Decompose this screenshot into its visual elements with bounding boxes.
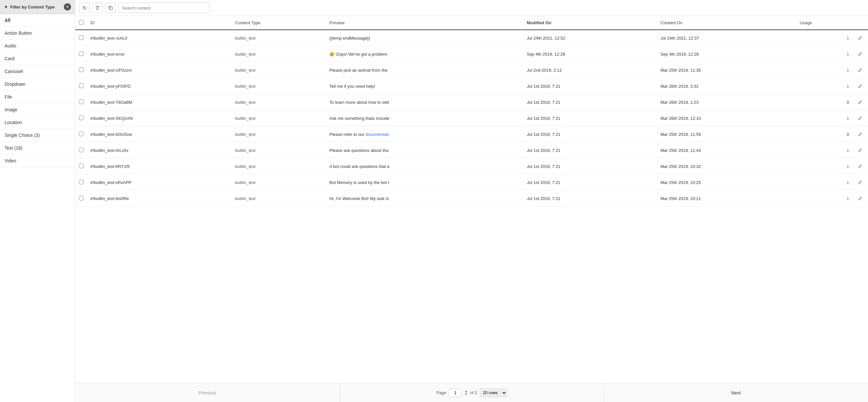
chevron-down-icon: ▼ <box>4 5 8 9</box>
header-content-type[interactable]: Content Type <box>232 16 326 30</box>
sidebar-item-image[interactable]: Image <box>0 103 75 116</box>
header-preview: Preview <box>326 16 523 30</box>
table-row: #!builtin_text-lbs0Rebuiltin_textHi, I'm… <box>75 190 868 207</box>
row-usage: 1 <box>796 158 852 175</box>
row-preview: Hi, I'm Welcome Bot! My task is <box>326 190 523 207</box>
delete-button[interactable] <box>92 3 103 13</box>
row-edit-button[interactable] <box>856 146 865 155</box>
select-all-checkbox[interactable] <box>79 20 84 25</box>
row-preview: Please pick an animal from the <box>326 62 523 78</box>
header-id[interactable]: ID <box>87 16 232 30</box>
sidebar-item-location[interactable]: Location <box>0 116 75 129</box>
sidebar-item-text-18[interactable]: Text (18) <box>0 142 75 155</box>
row-preview: A bot could ask questions that a <box>326 158 523 175</box>
row-preview: Bot Memory is used by the bot t <box>326 175 523 190</box>
sidebar-item-carousel[interactable]: Carousel <box>0 65 75 78</box>
row-id: #!builtin_text-SKQxXN <box>87 110 232 126</box>
row-checkbox-cell <box>75 126 87 143</box>
row-checkbox-cell <box>75 143 87 158</box>
row-checkbox[interactable] <box>79 148 84 152</box>
row-edit-button[interactable] <box>856 98 865 107</box>
row-actions-cell <box>852 143 868 158</box>
table-row: #!builtin_text-UP2ozmbuiltin_textPlease … <box>75 62 868 78</box>
row-content-type: builtin_text <box>232 62 326 78</box>
row-checkbox-cell <box>75 175 87 190</box>
sidebar-add-button[interactable]: + <box>64 3 71 10</box>
row-preview-link[interactable]: documentati <box>366 132 389 137</box>
row-edit-button[interactable] <box>856 130 865 139</box>
row-modified-on: Jul 1st 2019, 7:21 <box>523 94 657 110</box>
sidebar-item-audio[interactable]: Audio <box>0 40 75 52</box>
table-row: #!builtin_text-errorbuiltin_text😢 Oops! … <box>75 46 868 62</box>
sidebar-item-action-button[interactable]: Action Button <box>0 27 75 40</box>
row-checkbox[interactable] <box>79 132 84 136</box>
row-actions-cell <box>852 62 868 78</box>
row-checkbox[interactable] <box>79 99 84 104</box>
row-usage: 1 <box>796 110 852 126</box>
row-content-type: builtin_text <box>232 190 326 207</box>
row-usage: 1 <box>796 30 852 46</box>
row-usage: 1 <box>796 62 852 78</box>
rows-per-page-select[interactable]: 20 rows 50 rows 100 rows <box>480 389 507 397</box>
row-id: #!builtin_text-6RY1f5 <box>87 158 232 175</box>
sidebar-item-all[interactable]: All <box>0 14 75 27</box>
header-created-on[interactable]: Created On <box>657 16 796 30</box>
row-id: #!builtin_text-bOU5xw <box>87 126 232 143</box>
row-checkbox[interactable] <box>79 52 84 56</box>
table-row: #!builtin_text–icAL0builtin_text{{temp.e… <box>75 30 868 46</box>
row-edit-button[interactable] <box>856 82 865 91</box>
row-checkbox[interactable] <box>79 116 84 120</box>
row-created-on: Mar 25th 2019, 10:32 <box>657 158 796 175</box>
row-actions-cell <box>852 110 868 126</box>
pagination: Previous Page ▲ ▼ of 2 20 rows 50 rows 1… <box>75 383 868 402</box>
refresh-button[interactable]: ↻ <box>79 3 90 13</box>
row-created-on: Mar 25th 2019, 11:59 <box>657 126 796 143</box>
row-preview: Ask me something thats include <box>326 110 523 126</box>
row-checkbox[interactable] <box>79 84 84 88</box>
row-edit-button[interactable] <box>856 162 865 171</box>
row-edit-button[interactable] <box>856 194 865 203</box>
header-modified-on[interactable]: Modified On <box>523 16 657 30</box>
page-number-input[interactable] <box>449 389 462 397</box>
row-preview: Please ask questions about tha <box>326 143 523 158</box>
row-id: #!builtin_text-sRxAPP <box>87 175 232 190</box>
row-edit-button[interactable] <box>856 114 865 123</box>
row-actions-cell <box>852 30 868 46</box>
sidebar-header[interactable]: ▼ Filter by Content Type + <box>0 0 75 14</box>
row-checkbox[interactable] <box>79 180 84 184</box>
row-edit-button[interactable] <box>856 50 865 59</box>
copy-button[interactable] <box>105 3 116 13</box>
sidebar-items-list: AllAction ButtonAudioCardCarouselDropdow… <box>0 14 75 167</box>
row-actions-cell <box>852 190 868 207</box>
row-preview: Tell me if you need help! <box>326 78 523 94</box>
sidebar-item-file[interactable]: File <box>0 91 75 103</box>
row-modified-on: Jul 1st 2019, 7:21 <box>523 78 657 94</box>
svg-rect-0 <box>110 7 112 10</box>
main-content: ↻ <box>75 0 868 402</box>
content-table: ID Content Type Preview Modified On Crea… <box>75 16 868 207</box>
pagination-center-section: Page ▲ ▼ of 2 20 rows 50 rows 100 rows <box>340 383 604 402</box>
row-content-type: builtin_text <box>232 46 326 62</box>
row-edit-button[interactable] <box>856 33 865 42</box>
stepper-icon[interactable]: ▲ ▼ <box>464 390 467 396</box>
row-checkbox[interactable] <box>79 164 84 168</box>
table-row: #!builtin_text-6RY1f5builtin_textA bot c… <box>75 158 868 175</box>
sidebar-title: Filter by Content Type <box>10 5 55 9</box>
next-button[interactable]: Next <box>725 388 747 398</box>
row-actions-cell <box>852 158 868 175</box>
search-input[interactable] <box>119 3 210 13</box>
row-checkbox[interactable] <box>79 196 84 200</box>
sidebar-item-single-choice-3[interactable]: Single Choice (3) <box>0 129 75 142</box>
sidebar-item-card[interactable]: Card <box>0 52 75 65</box>
table-row: #!builtin_text-yFOIFDbuiltin_textTell me… <box>75 78 868 94</box>
sidebar-item-dropdown[interactable]: Dropdown <box>0 78 75 91</box>
row-edit-button[interactable] <box>856 65 865 75</box>
toolbar: ↻ <box>75 0 868 16</box>
row-modified-on: Jul 2nd 2019, 2:12 <box>523 62 657 78</box>
table-row: #!builtin_text-bOU5xwbuiltin_textPlease … <box>75 126 868 143</box>
row-checkbox[interactable] <box>79 35 84 40</box>
row-edit-button[interactable] <box>856 178 865 187</box>
row-content-type: builtin_text <box>232 126 326 143</box>
sidebar-item-video[interactable]: Video <box>0 155 75 167</box>
row-checkbox[interactable] <box>79 67 84 72</box>
